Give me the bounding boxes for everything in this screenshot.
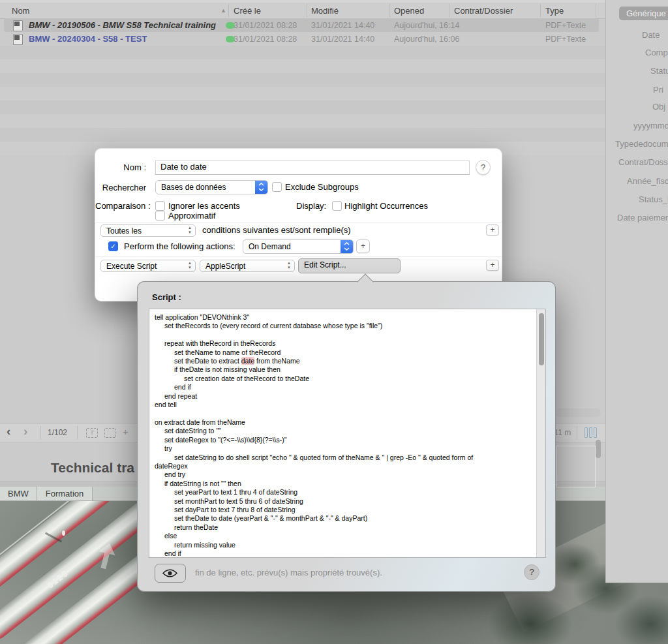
script-line: set theDate to date (yearPart & "-" & mo… <box>149 514 536 523</box>
script-editor[interactable]: tell application "DEVONthink 3"set theRe… <box>149 309 546 558</box>
action-type-popup[interactable]: Execute Script ▲ ▼ <box>100 260 196 272</box>
metadata-field-label: Obj <box>652 102 665 112</box>
script-line: if dateString is not "" then <box>149 480 536 488</box>
ignore-accents-checkbox[interactable] <box>155 201 165 211</box>
script-line: set theName to name of theRecord <box>149 348 536 357</box>
toolbar-divider <box>40 426 41 439</box>
column-divider[interactable] <box>540 4 541 17</box>
metadata-panel: Générique DateComparStatuPriObjyyyymmdTy… <box>605 0 668 583</box>
metadata-field-label: Année_fisca <box>627 176 668 186</box>
add-action-button[interactable]: + <box>356 239 370 253</box>
column-header-type[interactable]: Type <box>545 6 564 16</box>
add-script-action-button[interactable]: + <box>486 260 499 271</box>
move-tool-icon[interactable]: + <box>123 426 129 437</box>
file-name[interactable]: BMW - 20190506 - BMW S58 Technical train… <box>29 20 216 30</box>
cell-created: 31/01/2021 08:28 <box>234 35 297 44</box>
previous-page-button[interactable]: ‹ <box>7 424 10 438</box>
cell-type: PDF+Texte <box>545 35 586 44</box>
script-scrollbar-track[interactable] <box>536 309 545 557</box>
chevron-up-icon <box>344 242 350 245</box>
script-scrollbar-thumb[interactable] <box>539 313 544 365</box>
person <box>62 530 65 536</box>
column-header-opened[interactable]: Opened <box>394 6 424 16</box>
cell-type: PDF+Texte <box>545 21 586 30</box>
preview-result-button[interactable] <box>155 564 186 583</box>
popover-help-button[interactable]: ? <box>524 564 539 580</box>
background-field <box>555 408 601 417</box>
name-input[interactable]: Date to date <box>155 161 470 175</box>
document-heading: Technical tra <box>51 460 134 476</box>
chevron-down-icon: ▼ <box>188 266 192 269</box>
document-icon <box>13 20 23 31</box>
metadata-field-label: Compar <box>645 48 668 57</box>
conditions-text: conditions suivantes est/sont remplie(s) <box>202 225 351 235</box>
dialog-divider <box>95 256 502 257</box>
chevron-down-icon: ▼ <box>188 231 192 234</box>
column-divider[interactable] <box>389 4 390 17</box>
name-label: Nom : <box>95 162 146 172</box>
search-scope-popup[interactable]: Bases de données <box>155 180 268 194</box>
column-header-cree[interactable]: Créé le <box>234 6 261 16</box>
eye-icon <box>162 568 177 578</box>
metadata-field-label: Typededocum <box>615 139 668 149</box>
text-selection-tool-icon[interactable]: T <box>86 428 98 438</box>
display-label: Display: <box>296 201 326 211</box>
list-stripe <box>0 87 605 100</box>
perform-actions-label: Perform the following actions: <box>124 241 235 251</box>
list-stripe <box>0 73 605 87</box>
metadata-field-label: Status_P <box>639 194 668 204</box>
script-line: set creation date of theRecord to theDat… <box>149 375 536 383</box>
tab-formation[interactable]: Formation <box>37 487 93 500</box>
script-popover: Script : tell application "DEVONthink 3"… <box>137 281 556 592</box>
vertical-scrollbar-thumb[interactable] <box>596 440 601 458</box>
script-line: end tell <box>149 401 536 409</box>
column-header-contrat[interactable]: Contrat/Dossier <box>454 6 513 16</box>
rect-selection-tool-icon[interactable] <box>104 428 116 438</box>
fuzzy-checkbox[interactable] <box>155 211 165 221</box>
column-divider[interactable] <box>228 4 229 17</box>
table-row[interactable]: BMW - 20240304 - S58 - TEST31/01/2021 08… <box>4 32 599 46</box>
cell-opened: Aujourd'hui, 16:06 <box>394 35 459 44</box>
list-stripe <box>0 59 605 73</box>
help-button[interactable]: ? <box>476 160 491 175</box>
script-line: end if <box>149 383 536 391</box>
chevron-up-icon <box>258 183 264 186</box>
column-header-nom[interactable]: Nom <box>12 6 29 16</box>
script-language-popup[interactable]: AppleScript ▲ ▼ <box>200 260 295 272</box>
script-line: else <box>149 532 536 540</box>
next-page-button[interactable]: › <box>23 424 27 438</box>
script-line: set dayPart to text 7 thru 8 of dateStri… <box>149 506 536 514</box>
perform-actions-checkbox[interactable]: ✓ <box>108 241 118 251</box>
tab-bmw[interactable]: BMW <box>0 487 37 500</box>
metadata-field-label: Statu <box>650 66 668 76</box>
script-lines: tell application "DEVONthink 3"set theRe… <box>149 313 536 558</box>
action-trigger-popup[interactable]: On Demand <box>243 239 354 254</box>
metadata-field-label: Pri <box>653 85 663 95</box>
script-line: set theRecords to (every record of curre… <box>149 322 536 330</box>
script-line: return theDate <box>149 523 536 532</box>
fuzzy-label: Approximatif <box>168 211 215 221</box>
exclude-subgroups-checkbox[interactable] <box>272 182 282 192</box>
page-indicator[interactable]: 1/102 <box>43 428 72 437</box>
script-line: try <box>149 444 536 453</box>
conditions-match-popup[interactable]: Toutes les ▲ ▼ <box>100 224 196 237</box>
script-line <box>149 331 536 339</box>
list-stripe <box>0 46 605 59</box>
column-divider[interactable] <box>307 4 307 17</box>
metadata-field-label: Contrat/Dossi <box>618 157 668 167</box>
column-divider[interactable] <box>449 4 449 17</box>
script-line: dateRegex <box>149 462 536 470</box>
columns-icon[interactable] <box>584 427 599 437</box>
column-divider[interactable] <box>596 4 596 17</box>
tag-generique[interactable]: Générique <box>619 7 668 20</box>
script-line: return missing value <box>149 541 536 549</box>
file-name[interactable]: BMW - 20240304 - S58 - TEST <box>29 34 147 44</box>
script-line: set dateString to do shell script "echo … <box>149 453 536 462</box>
add-condition-button[interactable]: + <box>486 224 499 236</box>
list-header: Nom ▲ Créé le Modifié Opened Contrat/Dos… <box>0 3 605 19</box>
column-header-modifie[interactable]: Modifié <box>311 6 339 16</box>
table-row[interactable]: BMW - 20190506 - BMW S58 Technical train… <box>4 18 599 32</box>
edit-script-button[interactable]: Edit Script... <box>298 258 401 273</box>
highlight-occurrences-checkbox[interactable] <box>332 201 342 211</box>
sort-ascending-icon[interactable]: ▲ <box>220 7 226 14</box>
